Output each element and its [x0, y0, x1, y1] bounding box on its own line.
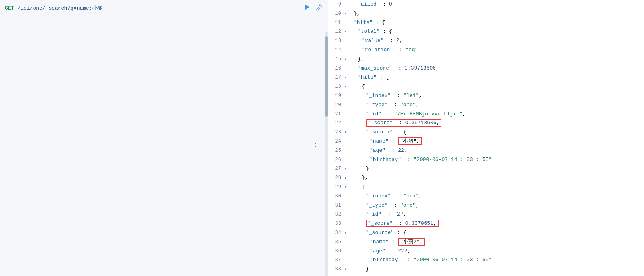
json-content: },: [350, 10, 360, 18]
json-content: "name" : "小丽",: [350, 137, 422, 146]
line-number: 14: [328, 46, 344, 54]
json-content: "_index" : "lei",: [350, 92, 422, 100]
json-content: "_index" : "lei",: [350, 192, 422, 201]
json-line: 22"_score" : 0.39713606,: [328, 119, 644, 128]
line-number: 22: [328, 119, 344, 127]
json-line: 16"max_score" : 0.39713606,: [328, 64, 644, 73]
collapse-arrow: [344, 238, 350, 239]
collapse-arrow: [344, 37, 350, 38]
collapse-arrow: [344, 210, 350, 211]
json-line: 35"name" : "小丽2",: [328, 238, 644, 247]
json-line: 27▴}: [328, 164, 644, 173]
line-number: 21: [328, 110, 344, 118]
json-content: "value" : 2,: [350, 37, 402, 45]
collapse-arrow: [344, 119, 350, 120]
json-content: "age" : 22,: [350, 147, 407, 155]
line-number: 13: [328, 37, 344, 45]
json-content: },: [350, 55, 364, 64]
line-number: 33: [328, 220, 344, 228]
collapse-arrow: [344, 256, 350, 257]
json-line: 17▾"hits" : [: [328, 73, 644, 82]
json-content: }: [350, 274, 365, 276]
json-line: 11"hits" : {: [328, 18, 644, 28]
collapse-arrow: [344, 0, 350, 1]
collapse-arrow[interactable]: ▾: [344, 128, 350, 136]
line-number: 9: [328, 0, 344, 8]
collapse-arrow: [344, 247, 350, 248]
collapse-arrow[interactable]: ▴: [344, 174, 350, 182]
json-line: 10▾},: [328, 9, 644, 18]
json-line: 34▾"_source" : {: [328, 228, 644, 238]
collapse-arrow[interactable]: ▾: [344, 28, 350, 36]
json-viewer: 9failed : 010▾},11"hits" : {12▾"total" :…: [328, 0, 644, 276]
collapse-arrow: [344, 137, 350, 138]
json-content: failed : 0: [350, 0, 392, 9]
json-content: "_type" : "one",: [350, 101, 419, 109]
collapse-arrow: [344, 192, 350, 193]
line-number: 27: [328, 165, 344, 173]
collapse-arrow[interactable]: ▾: [344, 73, 350, 81]
json-content: {: [350, 183, 365, 191]
line-number: 29: [328, 183, 344, 191]
json-line: 29▾{: [328, 183, 644, 192]
request-icons: [303, 3, 323, 13]
collapse-arrow: [344, 110, 350, 111]
left-panel: GET /lei/one/_search?q=name:小丽 ⋮: [0, 0, 328, 276]
json-line: 25"age" : 22,: [328, 146, 644, 155]
http-method: GET: [5, 5, 14, 11]
json-content: "_id" : "2",: [350, 210, 406, 219]
collapse-arrow: [344, 64, 350, 65]
collapse-arrow: [344, 92, 350, 93]
json-line: 33"_score" : 0.3370651,: [328, 219, 644, 228]
json-content: "birthday" : "2000-06-07 14 : 03 : 55": [350, 156, 492, 164]
line-number: 23: [328, 128, 344, 136]
json-line: 36"age" : 222,: [328, 247, 644, 256]
run-button[interactable]: [303, 3, 311, 13]
line-number: 25: [328, 147, 344, 155]
line-number: 18: [328, 83, 344, 91]
collapse-arrow[interactable]: ▾: [344, 10, 350, 18]
json-line: 31"_type" : "one",: [328, 201, 644, 210]
json-line: 37"birthday" : "2000-06-07 14 : 03 : 55": [328, 256, 644, 265]
line-number: 10: [328, 10, 344, 18]
json-line: 24"name" : "小丽",: [328, 137, 644, 146]
scrollbar[interactable]: [325, 32, 328, 276]
svg-marker-0: [305, 5, 309, 10]
collapse-arrow[interactable]: ▴: [344, 265, 350, 273]
json-content: "relation" : "eq": [350, 46, 418, 54]
collapse-arrow: [344, 101, 350, 102]
line-number: 30: [328, 192, 344, 200]
scrollbar-thumb[interactable]: [325, 36, 328, 117]
line-number: 35: [328, 238, 344, 246]
collapse-arrow: [344, 147, 350, 147]
collapse-arrow: [344, 156, 350, 157]
svg-point-1: [319, 5, 321, 6]
collapse-arrow[interactable]: ▴: [344, 165, 350, 173]
line-number: 39: [328, 274, 344, 276]
line-number: 26: [328, 156, 344, 164]
line-number: 11: [328, 19, 344, 27]
json-content: "_source" : {: [350, 229, 406, 237]
json-line: 39}: [328, 274, 644, 276]
line-number: 16: [328, 64, 344, 73]
json-content: "_source" : {: [350, 128, 406, 137]
line-number: 38: [328, 265, 344, 273]
json-line: 19"_index" : "lei",: [328, 91, 644, 101]
more-options: ⋮: [312, 142, 320, 151]
json-content: "_type" : "one",: [350, 201, 419, 210]
line-number: 36: [328, 247, 344, 255]
collapse-arrow[interactable]: ▾: [344, 229, 350, 237]
line-number: 32: [328, 210, 344, 218]
json-content: }: [350, 265, 369, 274]
request-bar: GET /lei/one/_search?q=name:小丽: [0, 0, 328, 16]
collapse-arrow[interactable]: ▾: [344, 83, 350, 91]
json-line: 12▾"total" : {: [328, 27, 644, 36]
json-content: "birthday" : "2000-06-07 14 : 03 : 55": [350, 256, 492, 264]
wrench-button[interactable]: [315, 3, 323, 13]
json-line: 15▴},: [328, 55, 644, 64]
collapse-arrow[interactable]: ▴: [344, 55, 350, 63]
json-content: }: [350, 165, 369, 173]
collapse-arrow[interactable]: ▾: [344, 183, 350, 191]
json-line: 20"_type" : "one",: [328, 101, 644, 110]
right-panel: 9failed : 010▾},11"hits" : {12▾"total" :…: [328, 0, 644, 276]
